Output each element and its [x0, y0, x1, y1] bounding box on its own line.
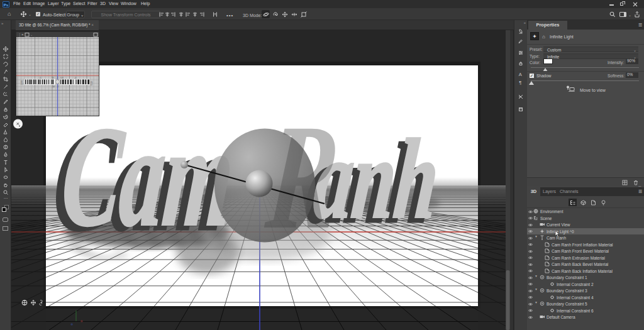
svg-text:A: A [519, 72, 522, 77]
svg-text:-2: -2 [56, 77, 58, 79]
svg-text:-3.00: -3.00 [21, 80, 23, 85]
svg-text:⋮×: ⋮× [18, 33, 24, 36]
svg-text:¶: ¶ [519, 80, 521, 85]
svg-text:0.6: 0.6 [60, 77, 64, 79]
svg-text:-5: -5 [39, 77, 41, 79]
svg-text:10: 10 [52, 77, 54, 79]
svg-text:-2: -2 [57, 85, 58, 88]
svg-text:-0: -0 [74, 77, 76, 79]
svg-text:Cam: Cam [57, 97, 240, 256]
svg-text:⌄: ⌄ [30, 33, 33, 36]
svg-text:0.50: 0.50 [91, 81, 93, 85]
svg-text:-10: -10 [52, 85, 55, 88]
